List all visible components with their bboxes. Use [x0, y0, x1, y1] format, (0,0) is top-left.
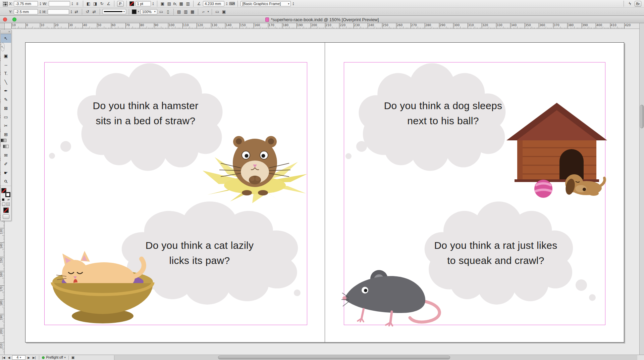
fill-swatch[interactable] — [1, 188, 6, 193]
flip-icon[interactable]: ⇄ — [92, 9, 97, 14]
corner-radius-field[interactable]: 4.233 mm — [203, 1, 224, 6]
zoom-tool[interactable]: ⚲ — [1, 177, 11, 186]
w-stepper[interactable]: ▲▼ — [71, 2, 73, 6]
corner-options-icon[interactable]: ⌐ — [201, 9, 206, 14]
shear-angle-icon[interactable]: ∠ — [106, 1, 111, 6]
hand-tool-icon: ☛ — [4, 170, 8, 175]
stroke-color-swatch[interactable] — [129, 1, 134, 6]
control-panel: X: -3.75 mm ▲▼ W: ▲▼ ∞ ◧ ◨ ↻ ∠ P 1 pt ▲▼… — [0, 0, 644, 16]
scissors-tool[interactable]: ✂ — [1, 121, 11, 130]
vertical-scrollbar[interactable] — [639, 23, 644, 355]
dropdown-icon: ▾ — [123, 10, 125, 13]
h-stepper[interactable]: ▲▼ — [70, 10, 72, 14]
gradient-feather-tool[interactable] — [1, 142, 11, 151]
horizontal-scrollbar[interactable] — [114, 355, 637, 360]
keyboard-icon[interactable]: ⌨ — [229, 1, 235, 6]
document-canvas[interactable]: Do you think a hamstersits in a bed of s… — [0, 29, 639, 355]
bubble-tail-dot — [356, 141, 367, 152]
rectangle-frame-tool[interactable]: ⊠ — [1, 104, 11, 113]
tools-panel: » ↖↖▣↔T.╲✒✎⊠▭✂⊞✉✐☛⚲ ⇄ T — [0, 30, 11, 221]
tools-panel-collapse[interactable]: » — [1, 30, 11, 34]
stroke-weight-stepper[interactable]: ▲▼ — [152, 2, 154, 6]
x-stepper[interactable]: ▲▼ — [39, 2, 41, 6]
align-right-icon[interactable]: ▦ — [190, 9, 195, 14]
opacity-field[interactable]: 100%▾ — [141, 9, 157, 14]
constrain-proportions-icon[interactable]: ∞ — [75, 1, 80, 6]
effects-panel-icon[interactable]: ▯ — [165, 9, 171, 14]
page-tool[interactable]: ▣ — [1, 51, 11, 60]
align-center-icon[interactable]: ▥ — [183, 9, 189, 14]
swap-fill-stroke-icon[interactable]: ⇄ — [7, 198, 10, 201]
last-spread-button[interactable]: ▶| — [32, 356, 36, 359]
horizontal-ruler[interactable]: 1001020304050607080901001101201301401501… — [5, 23, 639, 29]
y-stepper[interactable]: ▲▼ — [39, 10, 41, 14]
rectangle-tool-icon: ▭ — [4, 115, 8, 120]
gradient-feather-tool-icon — [3, 145, 9, 148]
align-left-icon[interactable]: ▤ — [176, 9, 182, 14]
rotate-icon[interactable]: ↻ — [99, 1, 105, 6]
dropdown-icon: ▾ — [138, 10, 139, 13]
page-number-field[interactable]: 4 ▾ — [12, 355, 25, 360]
gap-tool[interactable]: ↔ — [1, 60, 11, 69]
object-style-stepper[interactable]: ▲▼ — [292, 2, 294, 6]
doghouse-dog-illustration[interactable] — [506, 101, 608, 201]
vertical-scroll-thumb[interactable] — [640, 105, 644, 128]
rat-illustration[interactable] — [341, 258, 447, 327]
scissors-tool-icon: ✂ — [4, 123, 8, 128]
flip-horizontal-icon[interactable]: ◧ — [86, 1, 91, 6]
frame-fitting-icon[interactable]: ▤ — [167, 1, 172, 6]
zoom-tool-icon: ⚲ — [3, 178, 9, 184]
free-transform-tool[interactable]: ⊞ — [1, 130, 11, 139]
height-field[interactable] — [48, 9, 69, 14]
y-position-field[interactable]: -2.5 mm — [14, 9, 38, 14]
cat-illustration[interactable] — [43, 247, 162, 327]
y-label: Y: — [9, 10, 12, 14]
flip-vertical-icon[interactable]: ◨ — [93, 1, 98, 6]
object-style-dropdown[interactable]: [Basic Graphics Frame]▾ — [240, 1, 291, 6]
gradient-swatch-tool[interactable] — [1, 139, 6, 142]
effects-icon[interactable]: fx, — [173, 2, 177, 6]
first-spread-button[interactable]: |◀ — [1, 356, 6, 359]
page-options-icon[interactable]: ▣ — [221, 9, 227, 14]
next-spread-button[interactable]: ▶ — [27, 356, 31, 359]
corner-radius-stepper[interactable]: ▲▼ — [226, 2, 228, 6]
fitting-icon[interactable]: ▣ — [160, 1, 165, 6]
ruler-origin-box[interactable] — [0, 23, 5, 29]
screen-mode-button[interactable] — [3, 214, 9, 219]
bridge-button[interactable]: Br — [635, 1, 641, 7]
quick-apply-icon[interactable]: ϟ — [627, 1, 633, 6]
formatting-affects-container-button[interactable] — [2, 203, 5, 206]
select-container-button[interactable]: P — [117, 1, 124, 7]
direct-selection-tool[interactable]: ↖ — [1, 43, 5, 51]
wrap-icon[interactable]: ▦ — [178, 1, 184, 6]
hand-tool[interactable]: ☛ — [1, 168, 11, 177]
thought-bubble-dog[interactable]: Do you think a dog sleepsnext to his bal… — [353, 62, 513, 173]
fill-color-swatch[interactable] — [132, 9, 137, 14]
drop-shadow-icon[interactable]: ▭ — [159, 9, 164, 14]
stroke-type-dropdown[interactable]: ▾ — [103, 9, 126, 14]
rectangle-tool[interactable]: ▭ — [1, 113, 11, 121]
note-tool[interactable]: ✉ — [1, 151, 11, 160]
selection-tool[interactable]: ↖ — [1, 34, 11, 43]
x-position-field[interactable]: -3.75 mm — [14, 1, 38, 6]
rotate-ccw-icon[interactable]: ↺ — [85, 9, 90, 14]
line-tool[interactable]: ╲ — [1, 78, 11, 86]
pen-tool[interactable]: ✒ — [1, 86, 11, 95]
preflight-menu-icon[interactable]: ▾ — [64, 356, 66, 359]
eyedropper-tool[interactable]: ✐ — [1, 160, 11, 168]
type-tool[interactable]: T. — [1, 69, 11, 78]
width-field[interactable] — [49, 1, 70, 6]
apply-none-button[interactable] — [3, 208, 9, 213]
horizontal-scroll-thumb[interactable] — [218, 356, 450, 359]
swap-icon[interactable]: ⇄ — [74, 9, 79, 14]
stroke-weight-field[interactable]: 1 pt — [136, 1, 151, 6]
pencil-tool[interactable]: ✎ — [1, 95, 11, 104]
preflight-options-icon[interactable]: ▣ — [71, 356, 74, 359]
hamster-illustration[interactable] — [201, 118, 309, 203]
reference-point-proxy[interactable] — [3, 1, 8, 6]
default-swatches-icon[interactable] — [2, 198, 4, 201]
formatting-affects-text-button[interactable]: T — [6, 203, 10, 206]
wrap-options-icon[interactable]: ▥ — [185, 1, 191, 6]
frame-options-icon[interactable]: ▭ — [215, 9, 220, 14]
previous-spread-button[interactable]: ◀ — [7, 356, 11, 359]
